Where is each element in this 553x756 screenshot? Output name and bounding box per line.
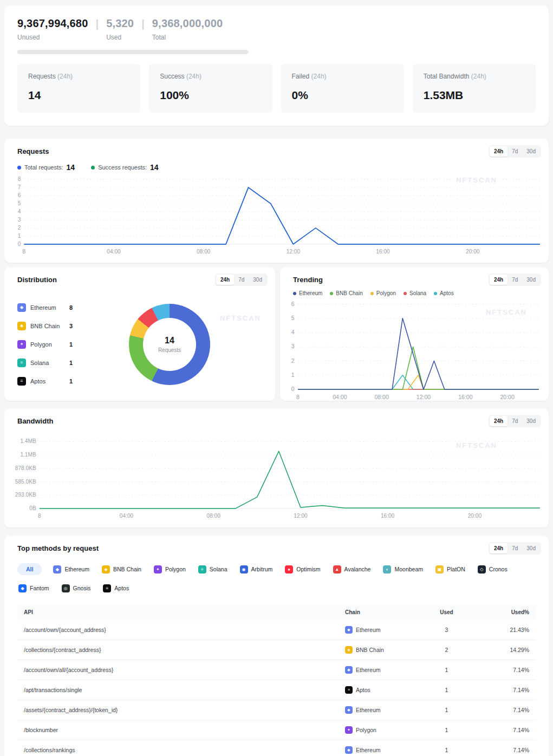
chain-chip-avalanche[interactable]: ▲Avalanche <box>332 563 372 576</box>
svg-text:3: 3 <box>291 343 295 350</box>
stat-card-success: Success (24h)100% <box>149 64 272 113</box>
time-filter-30d[interactable]: 30d <box>522 146 540 157</box>
methods-table: API Chain Used Used% /account/own/{accou… <box>17 604 536 756</box>
trending-legend-solana[interactable]: Solana <box>404 290 426 296</box>
time-filter-7d[interactable]: 7d <box>508 146 522 157</box>
used-pct-cell: 7.14% <box>478 747 529 753</box>
stat-card-failed: Failed (24h)0% <box>281 64 404 113</box>
svg-text:5: 5 <box>18 200 21 206</box>
distribution-legend-item-bnb-chain[interactable]: ◈BNB Chain3 <box>17 322 110 330</box>
distribution-legend-item-polygon[interactable]: ✦Polygon1 <box>17 340 110 349</box>
col-used-pct: Used% <box>478 609 529 615</box>
time-filter-24h[interactable]: 24h <box>490 543 508 553</box>
chain-chip-moonbeam[interactable]: ◐Moonbeam <box>382 563 424 576</box>
legend-dot-icon <box>293 292 296 295</box>
svg-text:08:00: 08:00 <box>207 513 221 519</box>
svg-text:6: 6 <box>291 301 295 307</box>
time-filter-30d[interactable]: 30d <box>249 275 266 285</box>
distribution-legend-item-solana[interactable]: ≡Solana1 <box>17 359 110 367</box>
time-filter-30d[interactable]: 30d <box>522 543 540 553</box>
polygon-chain-icon: ✦ <box>17 340 26 349</box>
stat-value: 0% <box>292 89 393 102</box>
trending-legend-aptos[interactable]: Aptos <box>434 290 454 296</box>
bandwidth-title: Bandwidth <box>17 417 53 425</box>
time-filter-7d[interactable]: 7d <box>234 275 249 285</box>
legend-total-requests-[interactable]: Total requests:14 <box>17 163 75 172</box>
legend-dot-icon <box>330 292 333 295</box>
chain-request-count: 3 <box>69 323 73 329</box>
bnb-chain-chain-icon: ◈ <box>345 646 353 654</box>
svg-text:5: 5 <box>291 315 295 321</box>
chain-chip-polygon[interactable]: ✦Polygon <box>153 563 187 576</box>
trending-panel-head: Trending 24h7d30d <box>280 267 549 286</box>
chain-cell: ◆Ethereum <box>345 746 415 754</box>
chain-chip-optimism[interactable]: ●Optimism <box>284 563 321 576</box>
requests-title: Requests <box>17 147 49 155</box>
chain-chip-cronos[interactable]: ◇Cronos <box>477 563 509 576</box>
stat-label: Success (24h) <box>160 73 261 80</box>
methods-table-body: /account/own/{account_address}◆Ethereum3… <box>17 620 536 756</box>
trending-legend-polygon[interactable]: Polygon <box>370 290 396 296</box>
chip-label: PlatON <box>447 566 465 572</box>
chain-chip-gnosis[interactable]: ◎Gnosis <box>61 582 92 595</box>
trending-legend-ethereum[interactable]: Ethereum <box>293 290 322 296</box>
used-pct-cell: 7.14% <box>478 727 529 733</box>
chain-chip-ethereum[interactable]: ◆Ethereum <box>52 563 90 576</box>
donut-center: 14 Requests <box>143 318 196 371</box>
quota-total: 9,368,000,000 Total <box>152 17 223 41</box>
chain-chip-bnb-chain[interactable]: ◈BNB Chain <box>101 563 142 576</box>
legend-dot-icon <box>91 166 95 170</box>
chain-chip-platon[interactable]: ▣PlatON <box>434 563 466 576</box>
time-filter-30d[interactable]: 30d <box>522 416 540 426</box>
time-filter-7d[interactable]: 7d <box>508 543 522 553</box>
svg-text:0: 0 <box>18 241 21 247</box>
trending-time-filter-group: 24h7d30d <box>489 273 541 286</box>
chain-chip-solana[interactable]: ≡Solana <box>197 563 229 576</box>
polygon-chain-icon: ✦ <box>154 565 162 573</box>
stat-value: 14 <box>28 89 129 102</box>
chain-name: Polygon <box>30 341 69 348</box>
time-filter-24h[interactable]: 24h <box>490 416 508 426</box>
distribution-body: ◆Ethereum8◈BNB Chain3✦Polygon1≡Solana1≡A… <box>4 286 275 395</box>
chain-cell: ◆Ethereum <box>345 626 415 634</box>
chain-chip-fantom[interactable]: ◆Fantom <box>17 582 50 595</box>
used-pct-cell: 7.14% <box>478 707 529 713</box>
chain-cell: ◆Ethereum <box>345 666 415 674</box>
used-pct-cell: 7.14% <box>478 667 529 673</box>
requests-line-chart: 012345678804:0008:0012:0016:0020:00 <box>11 175 542 258</box>
stat-label: Requests (24h) <box>28 73 129 80</box>
trending-panel: Trending 24h7d30d EthereumBNB ChainPolyg… <box>280 267 549 401</box>
stat-label: Total Bandwidth (24h) <box>424 73 525 80</box>
chain-request-count: 1 <box>69 341 73 348</box>
chain-chip-arbitrum[interactable]: ◉Arbitrum <box>239 563 274 576</box>
legend-success-requests-[interactable]: Success requests:14 <box>91 163 158 172</box>
svg-text:08:00: 08:00 <box>375 394 389 400</box>
col-api: API <box>24 609 345 615</box>
stat-period: (24h) <box>471 73 486 80</box>
used-pct-cell: 7.14% <box>478 687 529 693</box>
table-row: /collections/rankings◆Ethereum17.14% <box>17 740 536 756</box>
chain-chip-all[interactable]: All <box>17 563 42 575</box>
col-used: Used <box>415 609 478 615</box>
total-label: Total <box>152 34 223 41</box>
api-cell: /blocknumber <box>24 727 345 733</box>
chain-chip-aptos[interactable]: ≡Aptos <box>102 582 130 595</box>
time-filter-7d[interactable]: 7d <box>508 275 522 285</box>
svg-text:12:00: 12:00 <box>294 513 308 519</box>
time-filter-24h[interactable]: 24h <box>490 275 508 285</box>
time-filter-7d[interactable]: 7d <box>508 416 522 426</box>
time-filter-24h[interactable]: 24h <box>490 146 508 157</box>
distribution-legend-item-aptos[interactable]: ≡Aptos1 <box>17 377 110 386</box>
time-filter-24h[interactable]: 24h <box>216 275 234 285</box>
time-filter-30d[interactable]: 30d <box>522 275 540 285</box>
total-value: 9,368,000,000 <box>152 17 223 30</box>
requests-panel-head: Requests 24h7d30d <box>4 139 549 158</box>
distribution-legend-item-ethereum[interactable]: ◆Ethereum8 <box>17 303 110 312</box>
col-chain: Chain <box>345 609 415 615</box>
trending-legend-bnb-chain[interactable]: BNB Chain <box>330 290 362 296</box>
chip-label: Arbitrum <box>251 566 273 572</box>
used-value: 5,320 <box>106 17 134 30</box>
svg-text:16:00: 16:00 <box>381 513 395 519</box>
svg-text:4: 4 <box>291 329 295 335</box>
chain-name: Ethereum <box>30 304 69 311</box>
